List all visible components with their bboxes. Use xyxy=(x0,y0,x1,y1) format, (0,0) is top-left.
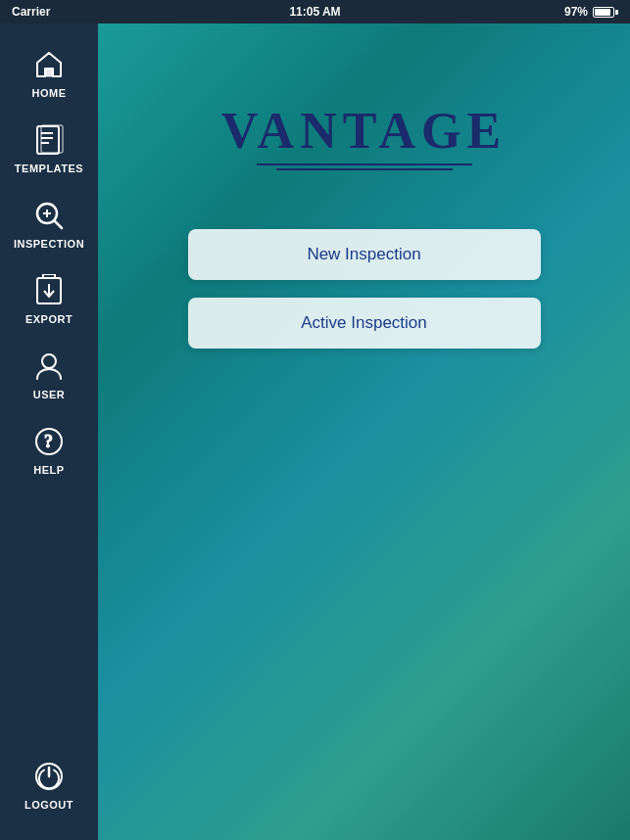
new-inspection-label: New Inspection xyxy=(307,245,420,264)
sidebar-item-inspection-label: INSPECTION xyxy=(14,238,84,250)
sidebar-item-templates[interactable]: TEMPLATES xyxy=(0,109,98,184)
user-icon xyxy=(31,349,67,384)
battery-fill xyxy=(595,9,610,16)
time-label: 11:05 AM xyxy=(289,5,340,19)
battery-body xyxy=(593,7,614,18)
export-icon xyxy=(31,273,67,308)
sidebar-item-templates-label: TEMPLATES xyxy=(15,163,83,174)
logo-underline xyxy=(247,163,482,170)
sidebar-item-export-label: EXPORT xyxy=(25,313,73,325)
svg-text:?: ? xyxy=(44,432,53,451)
battery-tip xyxy=(615,10,618,15)
app-body: HOME TEMPLATES xyxy=(0,23,630,840)
sidebar: HOME TEMPLATES xyxy=(0,23,98,840)
sidebar-item-user-label: USER xyxy=(33,389,66,400)
sidebar-item-home[interactable]: HOME xyxy=(0,33,98,109)
status-bar-right: 97% xyxy=(564,5,618,19)
logo-line-2 xyxy=(276,168,453,170)
logo-text: VANTAGE xyxy=(221,102,507,160)
main-content: VANTAGE New Inspection Active Inspection xyxy=(98,23,630,840)
inspection-icon xyxy=(31,198,67,233)
svg-rect-0 xyxy=(45,69,53,76)
status-bar: Carrier 11:05 AM 97% xyxy=(0,0,630,23)
svg-line-7 xyxy=(55,221,62,228)
sidebar-item-export[interactable]: EXPORT xyxy=(0,259,98,335)
battery-percent: 97% xyxy=(564,5,588,19)
sidebar-item-logout-label: LOGOUT xyxy=(24,799,73,811)
logo-container: VANTAGE xyxy=(221,102,507,170)
help-icon: ? xyxy=(31,424,67,459)
logout-icon xyxy=(31,759,67,794)
new-inspection-button[interactable]: New Inspection xyxy=(188,229,541,280)
battery-icon xyxy=(593,7,618,18)
sidebar-item-help[interactable]: ? HELP xyxy=(0,410,98,486)
templates-icon xyxy=(31,122,67,158)
sidebar-item-user[interactable]: USER xyxy=(0,335,98,410)
sidebar-item-home-label: HOME xyxy=(32,87,67,99)
svg-point-12 xyxy=(42,354,56,368)
logo-line-1 xyxy=(257,163,472,165)
sidebar-item-help-label: HELP xyxy=(33,464,64,476)
active-inspection-button[interactable]: Active Inspection xyxy=(188,298,541,349)
carrier-label: Carrier xyxy=(12,5,50,19)
sidebar-item-logout[interactable]: LOGOUT xyxy=(0,745,98,820)
sidebar-item-inspection[interactable]: INSPECTION xyxy=(0,184,98,259)
active-inspection-label: Active Inspection xyxy=(301,313,427,333)
home-icon xyxy=(31,47,67,82)
